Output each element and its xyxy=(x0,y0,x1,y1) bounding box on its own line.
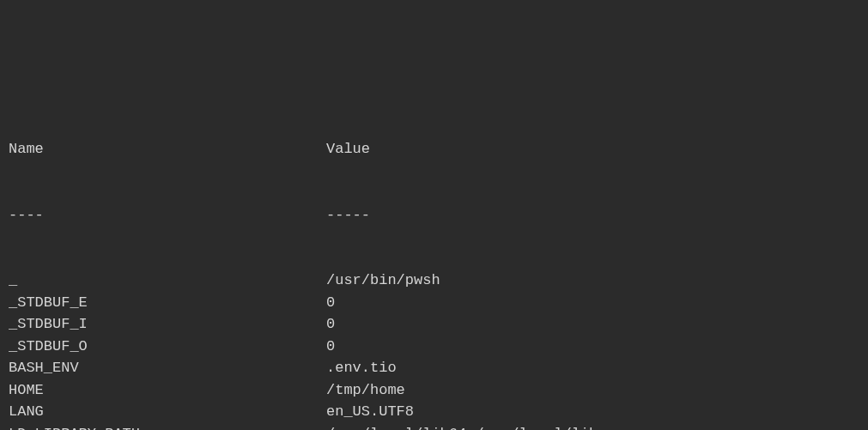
env-value: /usr/bin/pwsh xyxy=(326,270,859,292)
env-name: _STDBUF_E xyxy=(9,292,326,314)
table-row: _STDBUF_O0 xyxy=(9,336,859,358)
env-value: 0 xyxy=(326,292,859,314)
table-row: _STDBUF_E0 xyxy=(9,292,859,314)
table-row: LANGen_US.UTF8 xyxy=(9,401,859,423)
header-value: Value xyxy=(326,138,859,160)
table-row: _/usr/bin/pwsh xyxy=(9,270,859,292)
env-value: /tmp/home xyxy=(326,379,859,402)
env-value: 0 xyxy=(326,313,859,336)
table-row: LD_LIBRARY_PATH/usr/local/lib64:/usr/loc… xyxy=(9,423,859,431)
header-name-dashes: ---- xyxy=(9,204,326,227)
env-rows: _/usr/bin/pwsh_STDBUF_E0_STDBUF_I0_STDBU… xyxy=(9,270,859,430)
header-row: Name Value xyxy=(9,138,859,160)
env-name: BASH_ENV xyxy=(9,357,326,379)
env-name: LD_LIBRARY_PATH xyxy=(9,423,326,431)
header-value-dashes: ----- xyxy=(326,204,859,227)
env-value: .env.tio xyxy=(326,357,859,379)
table-row: _STDBUF_I0 xyxy=(9,313,859,336)
env-name: _ xyxy=(9,270,326,292)
env-name: _STDBUF_O xyxy=(9,336,326,358)
terminal-output: Name Value ---- ----- _/usr/bin/pwsh_STD… xyxy=(9,94,859,430)
env-name: HOME xyxy=(9,379,326,402)
env-value: en_US.UTF8 xyxy=(326,401,859,423)
env-value: /usr/local/lib64:/usr/local/lib xyxy=(326,423,859,431)
env-name: _STDBUF_I xyxy=(9,313,326,336)
header-name: Name xyxy=(9,138,326,160)
env-name: LANG xyxy=(9,401,326,423)
table-row: HOME/tmp/home xyxy=(9,379,859,402)
header-underline: ---- ----- xyxy=(9,204,859,227)
table-row: BASH_ENV.env.tio xyxy=(9,357,859,379)
env-value: 0 xyxy=(326,336,859,358)
